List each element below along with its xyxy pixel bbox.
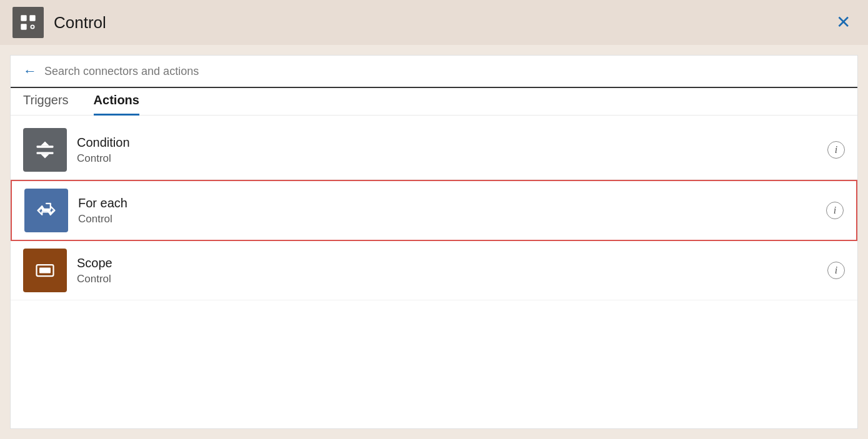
condition-icon-box [23, 128, 67, 172]
condition-subtitle: Control [77, 152, 827, 165]
scope-icon-box [23, 249, 67, 292]
foreach-text: For each Control [78, 196, 826, 225]
header: Control ✕ [0, 0, 868, 45]
svg-rect-6 [37, 152, 54, 154]
svg-marker-8 [41, 154, 49, 159]
condition-text: Condition Control [77, 136, 827, 165]
svg-rect-2 [21, 24, 26, 29]
svg-rect-0 [21, 15, 26, 21]
svg-rect-11 [39, 268, 51, 274]
header-left: Control [12, 7, 106, 38]
scope-icon [34, 259, 56, 282]
foreach-icon [35, 199, 57, 222]
svg-rect-5 [37, 146, 54, 147]
scope-text: Scope Control [77, 256, 827, 285]
back-button[interactable]: ← [23, 63, 37, 79]
condition-icon [34, 139, 56, 161]
action-item-condition[interactable]: Condition Control i [11, 121, 857, 180]
search-bar: ← [11, 56, 857, 88]
action-item-foreach[interactable]: For each Control i [11, 180, 857, 241]
panel: Control ✕ ← Triggers Actions [0, 0, 868, 439]
actions-list: Condition Control i For eac [11, 116, 857, 428]
tabs-container: Triggers Actions [11, 93, 857, 116]
scope-subtitle: Control [77, 273, 827, 285]
foreach-name: For each [78, 196, 826, 210]
svg-rect-1 [29, 15, 35, 21]
gear-icon [19, 14, 37, 31]
tab-actions[interactable]: Actions [94, 93, 139, 116]
close-button[interactable]: ✕ [831, 11, 856, 34]
control-icon-box [12, 7, 44, 38]
svg-marker-7 [41, 142, 49, 146]
page-title: Control [54, 13, 106, 32]
scope-name: Scope [77, 256, 827, 270]
condition-info-button[interactable]: i [827, 141, 845, 159]
main-content: ← Triggers Actions Cond [10, 55, 858, 429]
svg-point-4 [31, 26, 34, 28]
foreach-subtitle: Control [78, 213, 826, 225]
search-input[interactable] [44, 65, 845, 78]
foreach-icon-box [24, 189, 68, 232]
tab-triggers[interactable]: Triggers [23, 93, 69, 116]
condition-name: Condition [77, 136, 827, 150]
scope-info-button[interactable]: i [827, 262, 845, 279]
action-item-scope[interactable]: Scope Control i [11, 241, 857, 300]
foreach-info-button[interactable]: i [826, 202, 844, 219]
